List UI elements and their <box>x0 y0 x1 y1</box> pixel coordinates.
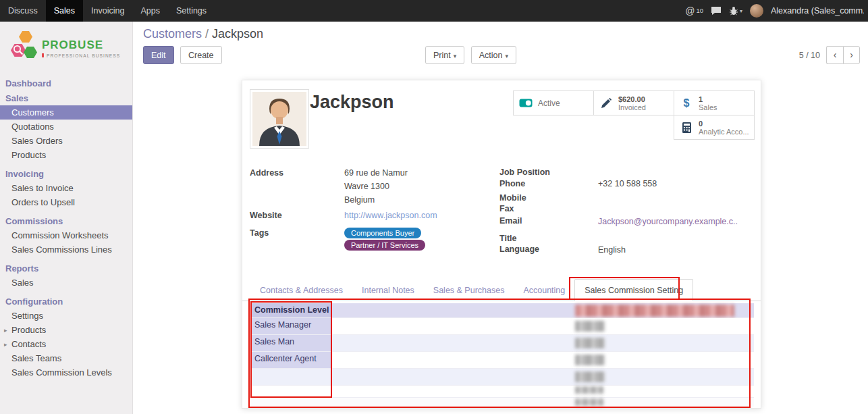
table-row-sales-manager[interactable]: Sales Manager <box>250 318 754 335</box>
phone-value[interactable]: +32 10 588 558 <box>598 179 657 188</box>
address-label: Address <box>250 168 283 178</box>
main-content: Customers / Jackpson Edit Create Print▾ … <box>134 22 868 414</box>
redacted-header-content <box>575 305 734 317</box>
customer-name-title[interactable]: Jackpson <box>310 92 394 113</box>
sidebar-item-orders-to-upsell[interactable]: Orders to Upsell <box>0 195 132 209</box>
caret-down-icon: ▾ <box>505 53 508 59</box>
language-label: Language <box>499 244 539 254</box>
commission-level-cell[interactable]: Sales Manager <box>250 318 331 334</box>
top-navbar: Discuss Sales Invoicing Apps Settings @1… <box>0 0 868 22</box>
create-button[interactable]: Create <box>180 46 222 64</box>
redacted-cell-content <box>575 321 605 332</box>
pager-count: 5 / 10 <box>799 51 820 60</box>
commission-level-cell[interactable]: Sales Man <box>250 335 331 351</box>
redacted-cell-content <box>575 386 603 394</box>
active-toggle-button[interactable]: Active <box>513 90 594 115</box>
breadcrumb-customers-link[interactable]: Customers <box>143 27 202 41</box>
sidebar-item-products[interactable]: Products <box>0 148 132 162</box>
sidebar-item-customers[interactable]: Customers <box>0 105 132 120</box>
debug-icon[interactable]: ▾ <box>729 6 742 16</box>
sidebar-item-quotations[interactable]: Quotations <box>0 120 132 134</box>
breadcrumb-separator: / <box>205 27 209 41</box>
pager-next-button[interactable]: › <box>843 46 860 64</box>
website-link[interactable]: http://www.jackpson.com <box>344 211 437 220</box>
address-line-1[interactable]: 69 rue de Namur <box>344 168 408 178</box>
language-value[interactable]: English <box>598 245 626 255</box>
logo-subtitle: PROFESSIONAL BUSINESS <box>47 53 120 58</box>
address-line-3[interactable]: Belgium <box>344 195 375 205</box>
sidebar-header-configuration[interactable]: Configuration <box>0 294 132 309</box>
sidebar-item-sales-to-invoice[interactable]: Sales to Invoice <box>0 181 132 195</box>
pencil-icon <box>599 98 613 108</box>
sidebar-item-sales-commission-levels[interactable]: Sales Commission Levels <box>0 365 132 380</box>
address-line-2[interactable]: Wavre 1300 <box>344 182 389 191</box>
sidebar-header-sales[interactable]: Sales <box>0 90 132 105</box>
stat-buttons: Active $620.00 Invoiced $ 1 Sales <box>513 90 754 140</box>
chevron-right-icon: › <box>850 49 853 60</box>
app-menu-apps[interactable]: Apps <box>132 0 168 22</box>
redacted-cell-content <box>575 338 605 348</box>
edit-button[interactable]: Edit <box>143 46 174 64</box>
expand-caret-icon[interactable]: ▸ <box>4 326 7 336</box>
app-menu-invoicing[interactable]: Invoicing <box>83 0 132 22</box>
notebook-tabs: Contacts & Addresses Internal Notes Sale… <box>242 278 761 301</box>
sidebar-item-config-products[interactable]: ▸Products <box>0 323 132 337</box>
tab-internal-notes[interactable]: Internal Notes <box>352 280 424 301</box>
sidebar: PROBUSE PROFESSIONAL BUSINESS Dashboard … <box>0 22 133 414</box>
table-row-callcenter-agent[interactable]: Callcenter Agent <box>250 352 754 369</box>
mentions-counter[interactable]: @10 <box>685 5 703 16</box>
analytic-accounts-stat-button[interactable]: 0 Analytic Acco... <box>674 115 755 140</box>
control-panel: Edit Create Print▾ Action▾ 5 / 10 ‹ › <box>143 46 863 65</box>
tab-contacts-addresses[interactable]: Contacts & Addresses <box>250 280 352 301</box>
messages-icon[interactable] <box>711 6 722 16</box>
print-dropdown-button[interactable]: Print▾ <box>425 46 464 64</box>
sidebar-item-settings[interactable]: Settings <box>0 309 132 323</box>
toggle-on-icon <box>519 99 533 107</box>
tab-sales-commission-setting[interactable]: Sales Commission Setting <box>574 279 693 301</box>
app-menu: Discuss Sales Invoicing Apps Settings <box>0 0 215 22</box>
tab-sales-purchases[interactable]: Sales & Purchases <box>424 280 514 301</box>
breadcrumb: Customers / Jackpson <box>143 27 263 41</box>
sidebar-header-commissions[interactable]: Commissions <box>0 213 132 228</box>
customer-photo[interactable] <box>250 89 309 149</box>
table-empty-row <box>250 369 754 386</box>
invoiced-value: $620.00 <box>618 95 646 103</box>
app-menu-sales[interactable]: Sales <box>46 0 83 22</box>
action-dropdown-button[interactable]: Action▾ <box>471 46 516 64</box>
commission-level-column-header[interactable]: Commission Level <box>250 303 331 317</box>
sidebar-header-invoicing[interactable]: Invoicing <box>0 166 132 181</box>
tab-accounting[interactable]: Accounting <box>514 280 574 301</box>
calculator-icon <box>680 122 693 133</box>
sidebar-header-dashboard[interactable]: Dashboard <box>0 76 132 90</box>
sidebar-item-reports-sales[interactable]: Sales <box>0 276 132 290</box>
tag-partner-it-services[interactable]: Partner / IT Services <box>344 240 425 251</box>
expand-caret-icon[interactable]: ▸ <box>4 340 7 350</box>
invoiced-stat-button[interactable]: $620.00 Invoiced <box>593 90 674 115</box>
sidebar-item-config-contacts[interactable]: ▸Contacts <box>0 337 132 351</box>
table-row-sales-man[interactable]: Sales Man <box>250 335 754 352</box>
sidebar-item-commission-worksheets[interactable]: Commission Worksheets <box>0 228 132 242</box>
sidebar-item-sales-orders[interactable]: Sales Orders <box>0 134 132 148</box>
logo-hexagon-orange <box>19 31 32 43</box>
sidebar-header-reports[interactable]: Reports <box>0 261 132 276</box>
email-link[interactable]: Jackpson@yourcompany.example.c.. <box>598 217 738 226</box>
app-menu-discuss[interactable]: Discuss <box>0 0 46 22</box>
logo-hexagon-green <box>24 47 37 58</box>
invoiced-label: Invoiced <box>618 103 646 111</box>
sidebar-item-sales-teams[interactable]: Sales Teams <box>0 351 132 365</box>
pager-prev-button[interactable]: ‹ <box>826 46 843 64</box>
commission-levels-table: Commission Level Sales Manager Sales Man… <box>250 303 754 407</box>
sales-count-label: Sales <box>699 103 717 111</box>
sales-stat-button[interactable]: $ 1 Sales <box>674 90 755 115</box>
sales-count-value: 1 <box>699 95 717 103</box>
sidebar-item-sales-commissions-lines[interactable]: Sales Commissions Lines <box>0 242 132 257</box>
user-avatar[interactable] <box>750 4 763 18</box>
user-name[interactable]: Alexandra (Sales_comm.. <box>771 6 864 16</box>
action-group: Print▾ Action▾ <box>425 46 516 64</box>
title-label: Title <box>499 234 516 243</box>
active-label: Active <box>538 99 560 107</box>
commission-level-cell[interactable]: Callcenter Agent <box>250 352 331 368</box>
fax-label: Fax <box>499 204 514 213</box>
app-menu-settings[interactable]: Settings <box>168 0 215 22</box>
tag-components-buyer[interactable]: Components Buyer <box>344 228 421 238</box>
